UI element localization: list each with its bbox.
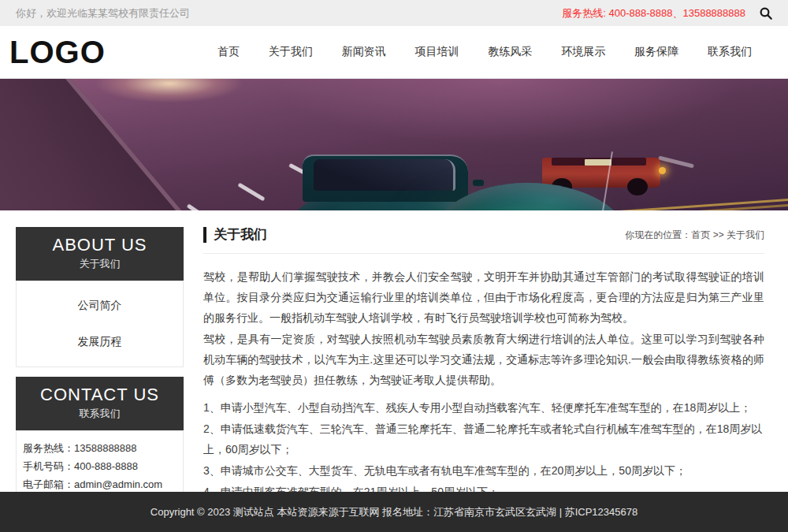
lane-marking xyxy=(658,156,694,169)
road-center-line xyxy=(596,198,788,210)
article-body: 驾校，是帮助人们掌握驾驶技术，并教会人们安全驾驶，文明开车并协助其通过车管部门的… xyxy=(203,254,764,532)
sidebar-item-development-history[interactable]: 发展历程 xyxy=(17,324,183,360)
hotline-text: 服务热线: 400-888-8888、13588888888 xyxy=(562,6,745,20)
contact-email: 电子邮箱：admin@admin.com xyxy=(23,475,177,493)
about-us-title-cn: 关于我们 xyxy=(16,257,184,271)
list-item: 2、申请低速载货汽车、三轮汽车、普通三轮摩托车、普通二轮摩托车或者轮式自行机械车… xyxy=(203,419,764,459)
list-item: 3、申请城市公交车、大型货车、无轨电车或者有轨电车准驾车型的，在20周岁以上，5… xyxy=(203,460,764,481)
nav-item-news[interactable]: 新闻资讯 xyxy=(342,45,386,59)
red-truck-light xyxy=(659,167,666,174)
contact-us-title-cn: 联系我们 xyxy=(16,407,184,421)
site-footer: Copyright © 2023 测试站点 本站资源来源于互联网 报名地址：江苏… xyxy=(0,492,788,532)
content-area: 关于我们 你现在的位置：首页 >> 关于我们 驾校，是帮助人们掌握驾驶技术，并教… xyxy=(203,227,764,492)
contact-phone: 手机号码：400-888-8888 xyxy=(23,457,177,475)
site-logo: LOGO xyxy=(9,36,106,68)
contact-service-hotline: 服务热线：13588888888 xyxy=(23,439,177,457)
nav-item-contact[interactable]: 联系我们 xyxy=(708,45,752,59)
article-paragraph: 驾校，是帮助人们掌握驾驶技术，并教会人们安全驾驶，文明开车并协助其通过车管部门的… xyxy=(203,266,764,328)
nav-item-about[interactable]: 关于我们 xyxy=(269,45,313,59)
about-us-header: ABOUT US 关于我们 xyxy=(16,227,184,281)
nav-item-training[interactable]: 项目培训 xyxy=(415,45,459,59)
topbar: 你好，欢迎光临某某驾校有限责任公司 服务热线: 400-888-8888、135… xyxy=(0,0,788,26)
copyright-text: Copyright © 2023 测试站点 本站资源来源于互联网 报名地址：江苏… xyxy=(151,505,637,519)
nav-item-environment[interactable]: 环境展示 xyxy=(561,45,605,59)
sidebar-item-company-profile[interactable]: 公司简介 xyxy=(17,288,183,324)
nav-item-coaches[interactable]: 教练风采 xyxy=(488,45,532,59)
welcome-text: 你好，欢迎光临某某驾校有限责任公司 xyxy=(16,6,190,20)
red-truck-wheel xyxy=(627,178,648,195)
main-nav: 首页 关于我们 新闻资讯 项目培训 教练风采 环境展示 服务保障 联系我们 xyxy=(217,45,752,59)
red-truck-plate xyxy=(585,159,611,166)
topbar-right: 服务热线: 400-888-8888、13588888888 xyxy=(562,6,774,21)
nav-item-service[interactable]: 服务保障 xyxy=(634,45,678,59)
site-header: LOGO 首页 关于我们 新闻资讯 项目培训 教练风采 环境展示 服务保障 联系… xyxy=(0,26,788,79)
about-us-title-en: ABOUT US xyxy=(16,235,184,255)
contact-us-header: CONTACT US 联系我们 xyxy=(16,377,184,430)
breadcrumb[interactable]: 你现在的位置：首页 >> 关于我们 xyxy=(625,229,764,242)
content-header: 关于我们 你现在的位置：首页 >> 关于我们 xyxy=(203,227,764,254)
classic-car-mirror xyxy=(473,180,484,186)
lane-marking xyxy=(237,183,265,202)
about-menu: 公司简介 发展历程 xyxy=(16,281,184,367)
main-section: ABOUT US 关于我们 公司简介 发展历程 CONTACT US 联系我们 … xyxy=(0,210,788,492)
contact-us-title-en: CONTACT US xyxy=(16,385,184,405)
hero-image xyxy=(0,79,788,210)
lane-marking xyxy=(187,203,213,210)
hero-sidewalk xyxy=(0,79,217,210)
search-icon[interactable] xyxy=(758,6,774,21)
page-title: 关于我们 xyxy=(203,227,267,243)
article-paragraph: 驾校，是具有一定资质，对驾驶人按照机动车驾驶员素质教育大纲进行培训的法人单位。这… xyxy=(203,329,764,390)
list-item: 1、申请小型汽车、小型自动挡汽车、残疾人专用小型自动挡载客汽车、轻便摩托车准驾车… xyxy=(203,397,764,418)
classic-car-windshield xyxy=(314,159,455,191)
sidebar: ABOUT US 关于我们 公司简介 发展历程 CONTACT US 联系我们 … xyxy=(16,227,184,492)
nav-item-home[interactable]: 首页 xyxy=(217,45,240,59)
